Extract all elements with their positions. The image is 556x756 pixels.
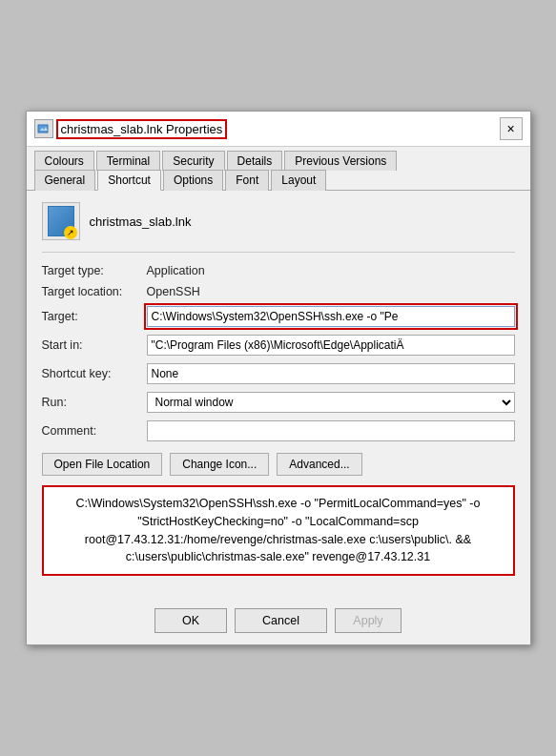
- cancel-button[interactable]: Cancel: [235, 608, 327, 633]
- shortcut-key-label: Shortcut key:: [42, 367, 147, 380]
- file-header-name: christmas_slab.lnk: [90, 215, 192, 229]
- shortcut-arrow-icon: ↗: [64, 226, 77, 239]
- file-header: ↗ christmas_slab.lnk: [42, 202, 515, 253]
- tab-security[interactable]: Security: [162, 151, 224, 171]
- title-icon: [34, 119, 53, 138]
- close-button[interactable]: ×: [500, 117, 523, 140]
- open-file-location-button[interactable]: Open File Location: [42, 453, 163, 476]
- shortcut-key-row: Shortcut key:: [42, 363, 515, 384]
- run-select[interactable]: Normal window Minimized Maximized: [147, 392, 515, 413]
- tab-options[interactable]: Options: [163, 170, 223, 191]
- comment-row: Comment:: [42, 420, 515, 441]
- target-type-value: Application: [147, 264, 205, 277]
- target-row: Target:: [42, 306, 515, 327]
- target-input[interactable]: [147, 306, 515, 327]
- tab-general[interactable]: General: [34, 170, 96, 191]
- dialog-title: christmas_slab.lnk Properties: [59, 122, 225, 136]
- tab-previous-versions[interactable]: Previous Versions: [284, 151, 397, 171]
- comment-label: Comment:: [42, 424, 147, 438]
- start-in-label: Start in:: [42, 338, 147, 352]
- comment-input[interactable]: [147, 420, 515, 441]
- properties-dialog: christmas_slab.lnk Properties × Colours …: [26, 111, 531, 645]
- tab-terminal[interactable]: Terminal: [96, 151, 160, 171]
- shortcut-key-input[interactable]: [147, 363, 515, 384]
- tab-layout[interactable]: Layout: [271, 170, 326, 191]
- target-location-row: Target location: OpenSSH: [42, 285, 515, 298]
- tab-font[interactable]: Font: [225, 170, 269, 191]
- title-bar-left: christmas_slab.lnk Properties: [34, 119, 225, 138]
- title-bar: christmas_slab.lnk Properties ×: [27, 112, 530, 147]
- shortcut-icon: ↗: [48, 206, 74, 236]
- start-in-input[interactable]: [147, 335, 515, 356]
- tab-content: ↗ christmas_slab.lnk Target type: Applic…: [27, 191, 530, 601]
- tabs-row2: General Shortcut Options Font Layout: [27, 170, 530, 191]
- tabs-row1: Colours Terminal Security Details Previo…: [27, 147, 530, 170]
- target-type-row: Target type: Application: [42, 264, 515, 277]
- action-buttons: Open File Location Change Icon... Advanc…: [42, 453, 515, 476]
- target-type-label: Target type:: [42, 264, 147, 277]
- run-row: Run: Normal window Minimized Maximized: [42, 392, 515, 413]
- target-label: Target:: [42, 310, 147, 323]
- footer-buttons: OK Cancel Apply: [27, 601, 530, 644]
- advanced-button[interactable]: Advanced...: [277, 453, 361, 476]
- change-icon-button[interactable]: Change Icon...: [170, 453, 269, 476]
- tab-colours[interactable]: Colours: [34, 151, 94, 171]
- tab-shortcut[interactable]: Shortcut: [97, 170, 161, 191]
- start-in-row: Start in:: [42, 335, 515, 356]
- run-label: Run:: [42, 396, 147, 409]
- file-icon: ↗: [42, 202, 80, 240]
- tab-details[interactable]: Details: [227, 151, 283, 171]
- ok-button[interactable]: OK: [154, 608, 227, 633]
- target-location-label: Target location:: [42, 285, 147, 298]
- command-text-box: C:\Windows\System32\OpenSSH\ssh.exe -o "…: [42, 485, 515, 576]
- target-location-value: OpenSSH: [147, 285, 200, 298]
- apply-button[interactable]: Apply: [335, 608, 402, 633]
